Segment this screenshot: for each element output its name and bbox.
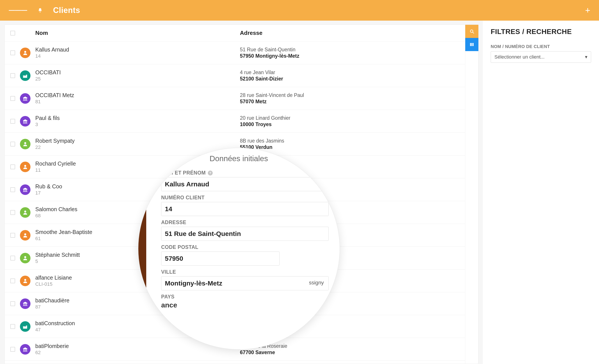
row-checkbox[interactable] [10, 187, 15, 192]
input-nom[interactable] [161, 177, 329, 191]
table-row[interactable]: Kallus Arnaud 14 51 Rue de Saint-Quentin… [5, 41, 465, 64]
client-type-icon [20, 276, 30, 286]
client-type-icon [20, 298, 30, 309]
menu-icon[interactable] [9, 9, 27, 11]
row-checkbox[interactable] [10, 256, 15, 260]
client-type-icon [20, 207, 30, 218]
column-adresse[interactable]: Adresse [240, 30, 465, 36]
client-type-icon [20, 321, 30, 332]
row-fragment-right: ssigny [309, 280, 324, 286]
client-type-icon [20, 162, 30, 172]
page-title: Clients [53, 6, 80, 15]
client-type-icon [20, 70, 30, 81]
client-city: 55100 Verdun [240, 144, 465, 150]
client-city: 52100 Saint-Dizier [240, 76, 465, 82]
client-city: 67700 Saverne [240, 349, 465, 355]
row-checkbox[interactable] [10, 50, 15, 55]
client-type-icon [20, 116, 30, 126]
client-number: 25 [35, 76, 240, 82]
client-type-icon [20, 253, 30, 263]
add-button[interactable]: + [585, 6, 590, 15]
client-street: 51 Rue de Saint-Quentin [240, 47, 465, 53]
client-city: 57070 Metz [240, 99, 465, 105]
client-type-icon [20, 184, 30, 195]
list-header: Nom Adresse [5, 25, 465, 41]
row-checkbox[interactable] [10, 324, 15, 329]
filters-heading: FILTRES / RECHERCHE [491, 28, 591, 36]
client-city: 10000 Troyes [240, 122, 465, 127]
columns-button[interactable] [465, 38, 478, 51]
client-type-icon [20, 230, 30, 240]
label-pays: PAYS [161, 294, 329, 300]
row-checkbox[interactable] [10, 278, 15, 283]
row-checkbox[interactable] [10, 142, 15, 146]
client-type-icon [20, 48, 30, 58]
client-number: 14 [35, 53, 240, 59]
filters-panel: FILTRES / RECHERCHE NOM / NUMÉRO DE CLIE… [483, 21, 599, 364]
list-toolstrip [465, 25, 478, 364]
client-city: 57950 Montigny-lès-Metz [240, 53, 465, 59]
client-type-icon [20, 93, 30, 104]
client-type-icon [20, 344, 30, 355]
label-adresse: ADRESSE [161, 220, 329, 225]
client-number: 62 [35, 350, 240, 355]
label-numero: NUMÉRO CLIENT [161, 195, 329, 201]
table-row[interactable]: Paul & fils 3 20 rue Linard Gonthier 100… [5, 110, 465, 133]
clients-list-panel: Nom Adresse Kallus Arnaud 14 51 Rue de S… [0, 21, 483, 364]
label-cp: CODE POSTAL [161, 244, 329, 250]
client-name: Robert Sympaty [35, 138, 240, 144]
row-checkbox[interactable] [10, 233, 15, 238]
row-checkbox[interactable] [10, 301, 15, 306]
table-row[interactable]: OCCIBATI 25 4 rue Jean Vilar 52100 Saint… [5, 64, 465, 87]
row-checkbox[interactable] [10, 119, 15, 124]
client-number: 81 [35, 99, 240, 105]
column-nom[interactable]: Nom [35, 30, 240, 36]
client-street: 8B rue des Jasmins [240, 138, 465, 144]
input-adresse[interactable] [161, 227, 329, 241]
row-checkbox[interactable] [10, 164, 15, 169]
chevron-down-icon: ▾ [585, 54, 587, 60]
row-checkbox[interactable] [10, 73, 15, 78]
table-row[interactable]: OCCIBATI Metz 81 28 rue Saint-Vincent de… [5, 87, 465, 110]
app-bar: Clients + [0, 0, 599, 21]
input-ville[interactable] [161, 276, 329, 290]
bell-icon[interactable] [37, 8, 43, 13]
client-street: 20 rue Linard Gonthier [240, 115, 465, 121]
client-street: 28 rue Saint-Vincent de Paul [240, 92, 465, 98]
client-select-placeholder: Sélectionner un client... [494, 54, 545, 60]
client-name: OCCIBATI Metz [35, 92, 240, 98]
select-all-checkbox[interactable] [10, 31, 15, 36]
input-cp[interactable] [161, 251, 280, 266]
client-name: Kallus Arnaud [35, 46, 240, 53]
value-pays-fragment: ance [161, 301, 329, 309]
client-name: OCCIBATI [35, 69, 240, 76]
client-detail-popup: Données initiales NOM ET PRÉNOM? NUMÉRO … [138, 148, 340, 349]
client-name: Paul & fils [35, 115, 240, 121]
client-street: 4 rue Jean Vilar [240, 70, 465, 75]
client-number: 22 [35, 144, 240, 150]
search-button[interactable] [465, 25, 478, 38]
client-number: 3 [35, 122, 240, 127]
filter-field-label: NOM / NUMÉRO DE CLIENT [491, 44, 591, 49]
client-select[interactable]: Sélectionner un client... ▾ [491, 51, 591, 63]
row-checkbox[interactable] [10, 210, 15, 215]
row-checkbox[interactable] [10, 96, 15, 101]
client-street: 8 Rue de la Roseraie [240, 343, 465, 349]
input-numero[interactable] [161, 202, 329, 216]
help-icon[interactable]: ? [208, 171, 213, 175]
row-checkbox[interactable] [10, 347, 15, 352]
client-type-icon [20, 139, 30, 149]
label-ville: VILLE [161, 269, 329, 275]
